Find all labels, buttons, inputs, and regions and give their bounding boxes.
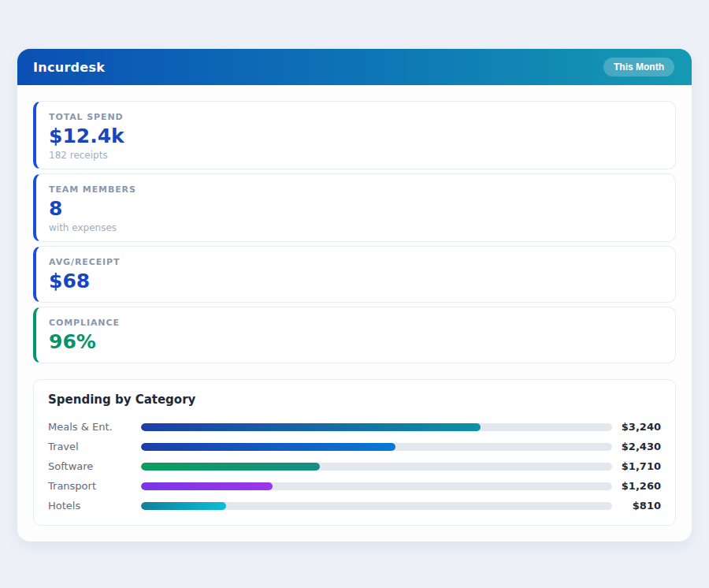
category-label: Meals & Ent. [48, 421, 141, 433]
stat-label: AVG/RECEIPT [49, 257, 663, 267]
stat-subtext: with expenses [49, 222, 663, 233]
stat-card-avg-receipt: AVG/RECEIPT $68 [33, 246, 676, 303]
stat-subtext: 182 receipts [49, 150, 663, 161]
chart-row-software: Software $1,710 [48, 456, 661, 476]
period-badge[interactable]: This Month [603, 58, 674, 76]
category-value: $2,430 [612, 441, 661, 452]
app-title: Incurdesk [33, 60, 105, 75]
panel-body: TOTAL SPEND $12.4k 182 receipts TEAM MEM… [17, 85, 692, 541]
category-label: Software [48, 460, 141, 472]
stat-card-total-spend: TOTAL SPEND $12.4k 182 receipts [33, 101, 676, 169]
bar-track [141, 482, 612, 490]
category-label: Travel [48, 441, 141, 452]
bar-fill-software [141, 463, 320, 471]
stat-card-team-members: TEAM MEMBERS 8 with expenses [33, 173, 676, 242]
category-value: $1,710 [612, 460, 661, 472]
bar-fill-travel [141, 443, 395, 451]
category-value: $3,240 [612, 421, 661, 433]
bar-track [141, 443, 612, 451]
stat-value: 8 [49, 198, 663, 220]
stat-label: TOTAL SPEND [49, 112, 663, 122]
bar-track [141, 463, 612, 471]
bar-fill-transport [141, 482, 273, 490]
chart-row-hotels: Hotels $810 [48, 496, 661, 515]
chart-row-transport: Transport $1,260 [48, 476, 661, 496]
bar-track [141, 423, 612, 431]
category-value: $1,260 [612, 480, 661, 492]
stat-label: TEAM MEMBERS [49, 184, 663, 195]
category-label: Transport [48, 480, 141, 492]
stat-value: 96% [49, 331, 663, 353]
dashboard-panel: Incurdesk This Month TOTAL SPEND $12.4k … [17, 49, 692, 541]
chart-title: Spending by Category [48, 393, 661, 407]
category-value: $810 [612, 500, 661, 512]
chart-row-travel: Travel $2,430 [48, 437, 661, 456]
panel-header: Incurdesk This Month [17, 49, 692, 85]
category-label: Hotels [48, 500, 141, 512]
stat-label: COMPLIANCE [49, 318, 663, 328]
stat-card-compliance: COMPLIANCE 96% [33, 307, 676, 363]
bar-fill-meals [141, 423, 481, 431]
stat-value: $12.4k [49, 125, 663, 147]
chart-row-meals: Meals & Ent. $3,240 [48, 417, 661, 437]
bar-fill-hotels [141, 502, 226, 510]
stat-value: $68 [49, 270, 663, 292]
bar-track [141, 502, 612, 510]
spending-by-category-card: Spending by Category Meals & Ent. $3,240… [33, 379, 676, 526]
